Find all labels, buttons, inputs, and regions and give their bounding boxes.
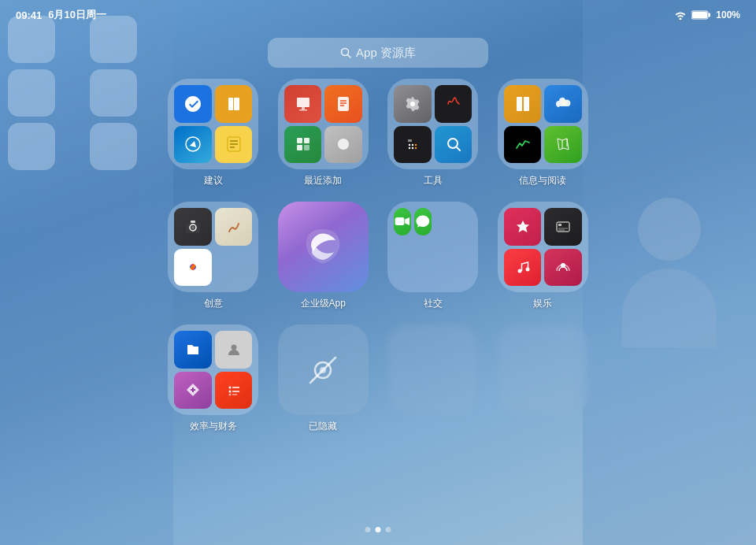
app-icon-podcasts [544, 249, 582, 287]
svg-point-32 [415, 147, 417, 149]
svg-point-68 [228, 394, 231, 396]
folder-label-creative: 创意 [204, 297, 223, 310]
app-icon-voice-memos [435, 85, 472, 123]
page-indicator [365, 527, 391, 532]
folder-label-recent: 最近添加 [304, 174, 342, 187]
svg-marker-54 [405, 217, 410, 225]
svg-point-29 [415, 144, 417, 146]
folder-label-hidden: 已隐藏 [309, 420, 337, 433]
svg-point-33 [448, 139, 458, 148]
app-icon-safari [174, 126, 212, 164]
svg-rect-21 [304, 138, 309, 143]
time-display: 09:41 [16, 9, 42, 21]
hidden-eye-icon [304, 351, 342, 389]
app-icon-books2 [504, 85, 542, 123]
folder-social[interactable]: 社交 [385, 202, 481, 310]
app-icon-tv-star [504, 208, 542, 246]
empty-slot [394, 239, 411, 246]
status-bar: 09:41 6月10日周一 100% [0, 0, 756, 30]
page-dot-2 [376, 527, 381, 532]
search-placeholder: App 资源库 [356, 46, 416, 61]
battery-icon [691, 10, 711, 20]
svg-rect-13 [297, 98, 309, 107]
folder-label-suggestions: 建议 [204, 174, 223, 187]
folder-label-reading: 信息与阅读 [519, 174, 566, 187]
folder-icon-suggestions [168, 79, 258, 169]
app-icon-camera [174, 208, 212, 246]
folder-icon-tools [387, 79, 478, 169]
svg-point-66 [228, 391, 231, 393]
folder-blurred-2 [495, 324, 591, 433]
battery-level: 100% [716, 9, 740, 20]
svg-marker-8 [190, 141, 196, 147]
svg-rect-36 [524, 97, 529, 111]
app-icon-appstore [174, 85, 212, 123]
app-icon-maps [544, 126, 582, 164]
svg-point-64 [228, 387, 231, 389]
folder-suggestions[interactable]: 建议 [165, 79, 261, 187]
folder-icon-blurred-2 [498, 324, 588, 415]
folder-icon-recent [278, 79, 369, 169]
empty-slot-2 [414, 239, 432, 246]
app-icon-music [504, 249, 542, 287]
app-icon-books [215, 85, 253, 123]
ghost-app [90, 123, 137, 170]
folder-hidden[interactable]: 已隐藏 [276, 324, 372, 433]
status-left: 09:41 6月10日周一 [16, 8, 106, 22]
app-icon-calculator [394, 126, 432, 164]
folder-enterprise[interactable]: 企业级App [276, 202, 372, 310]
app-icon-empty [215, 249, 253, 287]
svg-rect-20 [297, 138, 302, 143]
folder-creative[interactable]: 创意 [165, 202, 261, 310]
folder-icon-reading [498, 79, 588, 169]
ghost-app [8, 69, 55, 117]
folder-label-social: 社交 [424, 297, 443, 310]
page-dot-1 [365, 527, 371, 532]
app-icon-numbers [284, 126, 322, 164]
folder-recent[interactable]: 最近添加 [276, 79, 372, 187]
svg-rect-57 [558, 224, 561, 226]
folder-icon-creative [168, 202, 258, 292]
folder-entertainment[interactable]: 娱乐 [495, 202, 591, 310]
svg-rect-1 [692, 12, 707, 18]
svg-rect-5 [228, 98, 233, 110]
folder-label-enterprise: 企业级App [301, 297, 346, 310]
folder-label-entertainment: 娱乐 [533, 297, 552, 310]
svg-rect-22 [297, 145, 302, 150]
svg-rect-15 [299, 109, 307, 111]
wifi-icon [674, 10, 687, 20]
app-icon-shortcuts [174, 372, 212, 410]
folder-icon-social [387, 202, 478, 292]
svg-point-43 [191, 226, 195, 229]
folder-blurred-1 [385, 324, 481, 433]
folder-tools[interactable]: 工具 [385, 79, 481, 187]
app-icon-settings [394, 85, 432, 123]
app-library-grid: 建议 [158, 39, 598, 513]
svg-point-30 [409, 147, 410, 149]
folder-icon-entertainment [498, 202, 588, 292]
folder-productivity[interactable]: 效率与财务 [165, 324, 261, 433]
search-icon [340, 47, 351, 58]
svg-rect-44 [191, 221, 195, 223]
folder-label-productivity: 效率与财务 [190, 420, 237, 433]
app-icon-stocks [504, 126, 542, 164]
folder-icon-hidden [278, 324, 369, 415]
app-icon-messages [414, 208, 432, 235]
swift-playgrounds-icon [298, 221, 349, 272]
app-icon-photos [174, 249, 212, 287]
svg-rect-53 [395, 217, 405, 225]
date-display: 6月10日周一 [48, 8, 106, 22]
folder-label-tools: 工具 [424, 174, 443, 187]
app-icon-files [174, 331, 212, 369]
folder-reading[interactable]: 信息与阅读 [495, 79, 591, 187]
svg-line-4 [348, 55, 351, 58]
bg-blur-left [0, 0, 173, 545]
page-dot-3 [386, 527, 391, 532]
svg-point-27 [409, 144, 410, 146]
folder-icon-blurred-1 [387, 324, 478, 415]
app-icon-notes [215, 126, 253, 164]
svg-rect-2 [709, 13, 711, 17]
app-icon-pages [324, 85, 362, 123]
folder-icon-productivity [168, 324, 258, 415]
search-bar[interactable]: App 资源库 [268, 38, 488, 68]
